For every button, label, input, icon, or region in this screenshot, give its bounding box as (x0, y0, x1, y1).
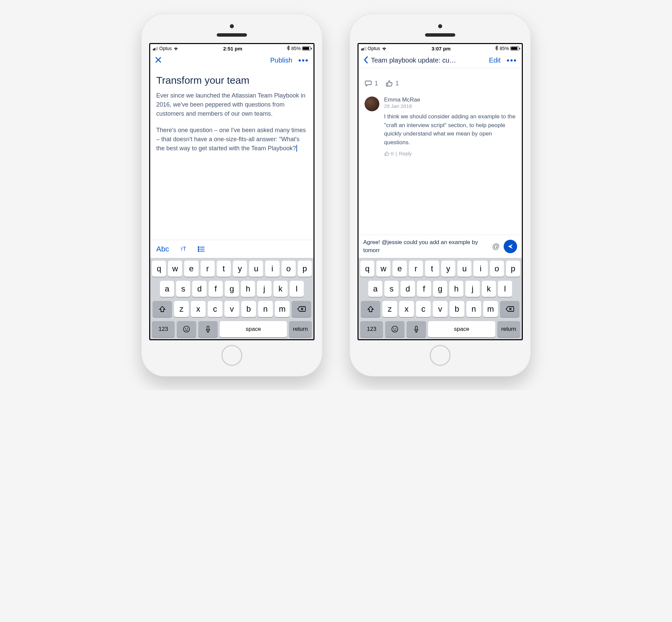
shift-key[interactable] (153, 301, 172, 317)
key-y[interactable]: y (233, 261, 247, 277)
key-s[interactable]: s (176, 281, 190, 297)
key-i[interactable]: i (265, 261, 279, 277)
key-p[interactable]: p (298, 261, 312, 277)
comment-author[interactable]: Emma McRae (384, 97, 516, 103)
mention-button[interactable]: @ (492, 242, 500, 251)
key-z[interactable]: z (174, 301, 189, 317)
body-paragraph-1[interactable]: Ever since we launched the Atlassian Tea… (156, 91, 307, 118)
comments-stat[interactable]: 1 (365, 80, 378, 87)
emoji-key[interactable] (177, 321, 196, 337)
page-title[interactable]: Transform your team (156, 74, 307, 87)
avatar[interactable] (365, 97, 379, 111)
return-key[interactable]: return (497, 321, 520, 337)
key-l[interactable]: l (498, 281, 512, 297)
likes-stat[interactable]: 1 (385, 80, 399, 87)
key-r[interactable]: r (409, 261, 423, 277)
key-q[interactable]: q (152, 261, 166, 277)
phone-bezel-top (147, 20, 316, 43)
key-a[interactable]: a (368, 281, 382, 297)
numbers-key[interactable]: 123 (152, 321, 175, 337)
key-c[interactable]: c (208, 301, 222, 317)
keyboard[interactable]: qwertyuiop asdfghjkl zxcvbnm 123 space r… (150, 258, 313, 339)
emoji-key[interactable] (385, 321, 405, 337)
text-style-button[interactable]: Abc (156, 245, 169, 253)
backspace-key[interactable] (500, 301, 519, 317)
key-p[interactable]: p (506, 261, 520, 277)
key-m[interactable]: m (275, 301, 290, 317)
space-key[interactable]: space (220, 321, 287, 337)
key-x[interactable]: x (399, 301, 414, 317)
more-icon[interactable]: ••• (298, 59, 309, 63)
key-s[interactable]: s (384, 281, 399, 297)
comment-reply-button[interactable]: Reply (399, 151, 412, 156)
back-icon[interactable] (363, 56, 368, 65)
mic-key[interactable] (198, 321, 218, 337)
shift-key[interactable] (361, 301, 380, 317)
key-g[interactable]: g (225, 281, 239, 297)
key-t[interactable]: t (217, 261, 231, 277)
edit-button[interactable]: Edit (489, 57, 500, 64)
numbers-key[interactable]: 123 (360, 321, 383, 337)
key-f[interactable]: f (417, 281, 431, 297)
key-e[interactable]: e (393, 261, 407, 277)
key-g[interactable]: g (433, 281, 447, 297)
key-b[interactable]: b (450, 301, 464, 317)
key-w[interactable]: w (168, 261, 182, 277)
key-l[interactable]: l (290, 281, 304, 297)
key-a[interactable]: a (160, 281, 174, 297)
key-z[interactable]: z (382, 301, 397, 317)
key-n[interactable]: n (258, 301, 273, 317)
key-b[interactable]: b (241, 301, 256, 317)
key-o[interactable]: o (282, 261, 296, 277)
wifi-icon (173, 46, 179, 51)
key-j[interactable]: j (257, 281, 271, 297)
home-button[interactable] (430, 345, 451, 366)
key-d[interactable]: d (401, 281, 415, 297)
mic-key[interactable] (407, 321, 426, 337)
return-key[interactable]: return (289, 321, 312, 337)
key-q[interactable]: q (360, 261, 374, 277)
key-o[interactable]: o (490, 261, 504, 277)
key-y[interactable]: y (441, 261, 455, 277)
key-e[interactable]: e (184, 261, 198, 277)
key-u[interactable]: u (457, 261, 472, 277)
body-paragraph-2[interactable]: There's one question – one I've been ask… (156, 126, 307, 153)
page-content[interactable]: 1 1 Emma McRae 29 Jan 2018 I think we sh… (359, 68, 522, 235)
home-button[interactable] (221, 345, 242, 366)
publish-button[interactable]: Publish (270, 57, 292, 64)
key-m[interactable]: m (483, 301, 498, 317)
key-h[interactable]: h (241, 281, 255, 297)
keyboard[interactable]: qwertyuiop asdfghjkl zxcvbnm 123 space r… (359, 258, 522, 339)
comment-like-button[interactable]: 0 (384, 151, 394, 156)
nav-bar: Team playbook update: cu… Edit ••• (359, 53, 522, 68)
battery-icon (510, 46, 519, 50)
key-k[interactable]: k (273, 281, 288, 297)
send-button[interactable] (504, 240, 517, 253)
more-icon[interactable]: ••• (507, 59, 517, 63)
space-key[interactable]: space (428, 321, 495, 337)
backspace-key[interactable] (292, 301, 311, 317)
svg-point-7 (185, 329, 186, 329)
key-v[interactable]: v (433, 301, 448, 317)
key-j[interactable]: j (465, 281, 480, 297)
reply-input[interactable]: Agree! @jessie could you add an example … (363, 238, 488, 254)
key-u[interactable]: u (249, 261, 263, 277)
phone-bezel-bottom (147, 340, 316, 371)
key-k[interactable]: k (482, 281, 496, 297)
key-f[interactable]: f (209, 281, 223, 297)
key-r[interactable]: r (200, 261, 215, 277)
key-c[interactable]: c (416, 301, 431, 317)
editor-content[interactable]: Transform your team Ever since we launch… (150, 68, 313, 240)
key-t[interactable]: t (425, 261, 439, 277)
key-n[interactable]: n (466, 301, 481, 317)
key-d[interactable]: d (192, 281, 206, 297)
key-i[interactable]: i (474, 261, 488, 277)
key-h[interactable]: h (449, 281, 463, 297)
key-w[interactable]: w (376, 261, 390, 277)
key-v[interactable]: v (224, 301, 239, 317)
key-x[interactable]: x (191, 301, 206, 317)
text-size-button[interactable]: TT (180, 246, 186, 252)
list-button[interactable] (197, 246, 205, 252)
svg-point-12 (396, 329, 396, 329)
close-icon[interactable] (155, 57, 162, 65)
